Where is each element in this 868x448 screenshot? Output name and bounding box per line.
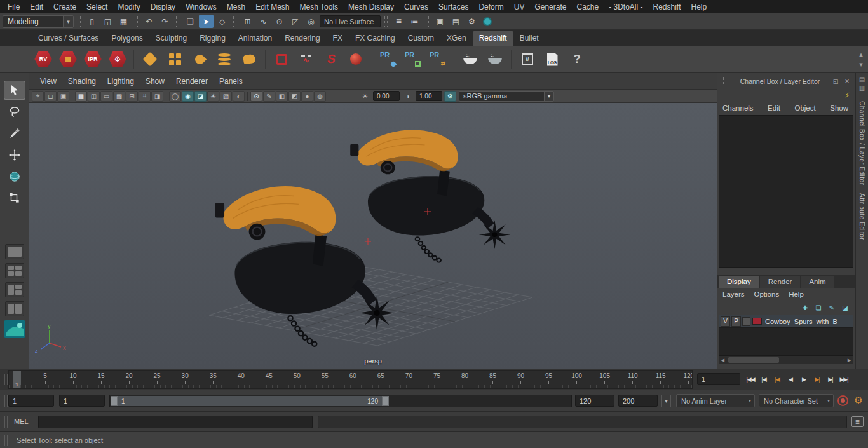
menubar-item[interactable]: Edit: [25, 0, 48, 13]
play-forward-button[interactable]: ▶: [798, 372, 810, 386]
grid-toggle-icon[interactable]: ▦: [75, 91, 87, 102]
dropdown-arrow-icon[interactable]: ▾: [63, 16, 73, 27]
move-tool-button[interactable]: [4, 146, 25, 165]
go-to-end-button[interactable]: ▶▶|: [838, 372, 850, 386]
step-forward-key-button[interactable]: ▶|: [811, 372, 823, 386]
layout-four-pane-button[interactable]: [5, 263, 24, 278]
smooth-shade-icon[interactable]: ◉: [182, 91, 194, 102]
layer-editor-menu-item[interactable]: Options: [754, 290, 780, 298]
isolate-select-icon[interactable]: ✎: [263, 91, 275, 102]
rotate-tool-button[interactable]: [4, 167, 25, 186]
live-surface-field[interactable]: No Live Surface: [320, 15, 381, 27]
layout-single-pane-button[interactable]: [5, 244, 24, 259]
viewport-menu-item[interactable]: Renderer: [170, 77, 214, 86]
viewport-menu-item[interactable]: Shading: [62, 77, 102, 86]
exposure-field[interactable]: 0.00: [373, 91, 400, 101]
drag-handle[interactable]: [4, 374, 8, 385]
two-sided-lighting-icon[interactable]: ◩: [288, 91, 301, 102]
range-options-dropdown[interactable]: ▾: [661, 395, 671, 407]
step-back-frame-button[interactable]: |◀: [758, 372, 770, 386]
auto-keyframe-toggle[interactable]: [837, 395, 848, 406]
redshift-ies-light-button[interactable]: [188, 48, 211, 71]
menubar-item[interactable]: Curves: [399, 0, 433, 13]
shelf-tab[interactable]: FX Caching: [349, 31, 402, 46]
noodles-tool-button[interactable]: ≈: [459, 48, 482, 71]
new-scene-button[interactable]: ▯: [85, 15, 99, 28]
save-scene-button[interactable]: ▦: [116, 15, 131, 28]
drag-handle[interactable]: [4, 416, 8, 427]
layer-playback-toggle[interactable]: P: [731, 316, 741, 327]
shadows-icon[interactable]: ▨: [220, 91, 232, 102]
channel-box-list[interactable]: [719, 115, 853, 268]
redshift-hair-button[interactable]: S: [320, 48, 342, 71]
timeline-ruler[interactable]: 1 51015202530354045505560657075808590951…: [8, 370, 693, 389]
anim-layer-selector[interactable]: No Anim Layer ▾: [676, 394, 755, 407]
display-speed-icon[interactable]: ⚡: [844, 92, 850, 100]
select-by-component-button[interactable]: ◇: [215, 15, 229, 28]
animation-start-field[interactable]: 1: [8, 395, 54, 407]
shelf-tab[interactable]: Custom: [402, 31, 440, 46]
menubar-item[interactable]: Select: [81, 0, 112, 13]
menubar-item[interactable]: Surfaces: [433, 0, 473, 13]
drag-handle[interactable]: [426, 16, 429, 27]
viewport-menu-item[interactable]: Show: [140, 77, 170, 86]
make-live-button[interactable]: ◎: [304, 15, 318, 28]
range-start-handle[interactable]: [111, 396, 118, 406]
go-to-start-button[interactable]: |◀◀: [745, 372, 756, 386]
popout-icon[interactable]: ◱: [831, 77, 840, 86]
current-frame-marker[interactable]: 1: [13, 371, 21, 388]
menubar-item[interactable]: Help: [686, 0, 712, 13]
layout-three-pane-button[interactable]: [5, 282, 24, 297]
menubar-item[interactable]: UV: [509, 0, 530, 13]
dropdown-arrow-icon[interactable]: ▾: [544, 92, 553, 101]
construction-inputs-button[interactable]: ≣: [391, 15, 406, 28]
safe-action-icon[interactable]: ⌗: [139, 91, 151, 102]
drag-handle[interactable]: [135, 16, 138, 27]
drag-handle[interactable]: [233, 16, 236, 27]
scrollbar-thumb[interactable]: [728, 357, 779, 363]
playback-start-field[interactable]: 1: [59, 395, 105, 407]
layer-editor-menu-item[interactable]: Layers: [722, 290, 745, 298]
step-back-key-button[interactable]: |◀: [771, 372, 783, 386]
film-gate-icon[interactable]: ◫: [88, 91, 100, 102]
undo-button[interactable]: ↶: [142, 15, 156, 28]
menubar-item[interactable]: Mesh Tools: [295, 0, 343, 13]
animation-preferences-button[interactable]: ⚙: [852, 394, 865, 407]
redshift-volume-sphere-button[interactable]: [344, 48, 367, 71]
color-space-selector[interactable]: sRGB gamma ▾: [459, 91, 554, 102]
contrast-icon[interactable]: ◑: [402, 91, 414, 102]
wireframe-mode-icon[interactable]: ◯: [169, 91, 181, 102]
layer-editor-tab[interactable]: Anim: [801, 276, 834, 288]
custom-layout-button[interactable]: [4, 320, 25, 339]
redshift-area-light-button[interactable]: [139, 48, 161, 71]
redshift-curve-button[interactable]: ∿: [295, 48, 318, 71]
noodles-tool2-button[interactable]: ≈: [484, 48, 506, 71]
panel-side-tab[interactable]: Attribute Editor: [858, 193, 865, 240]
gamma-field[interactable]: 1.00: [416, 91, 442, 101]
menubar-item[interactable]: Deform: [473, 0, 508, 13]
cap-display-icon[interactable]: ◍: [314, 91, 326, 102]
shelf-tab[interactable]: XGen: [440, 31, 473, 46]
layer-display-type-box[interactable]: [742, 317, 750, 326]
paint-selection-tool-button[interactable]: [4, 124, 25, 143]
dropdown-arrow-icon[interactable]: ▾: [824, 395, 833, 407]
drag-handle[interactable]: [4, 395, 8, 406]
layer-visible-toggle[interactable]: V: [721, 316, 730, 327]
shelf-tab[interactable]: Animation: [232, 31, 278, 46]
shelf-scroll-up-icon[interactable]: ▴: [855, 50, 867, 60]
channel-box-menu-item[interactable]: Channels: [722, 104, 754, 112]
slash-box-button[interactable]: //: [516, 48, 539, 71]
shelf-tab[interactable]: Sculpting: [149, 31, 193, 46]
dropdown-arrow-icon[interactable]: ▾: [745, 395, 754, 407]
channel-box-menu-item[interactable]: Edit: [768, 104, 780, 112]
shelf-tab[interactable]: Rigging: [193, 31, 232, 46]
render-frame-button[interactable]: ▣: [433, 15, 447, 28]
shelf-tab[interactable]: Bullet: [513, 31, 545, 46]
edit-layer-icon[interactable]: ✎: [827, 303, 837, 313]
drag-handle[interactable]: [384, 16, 388, 27]
snap-to-grid-button[interactable]: ⊞: [240, 15, 255, 28]
shelf-tab[interactable]: Redshift: [473, 31, 513, 46]
drag-handle[interactable]: [4, 435, 8, 445]
layer-editor-tab[interactable]: Render: [760, 276, 801, 288]
drag-handle[interactable]: [78, 16, 81, 27]
